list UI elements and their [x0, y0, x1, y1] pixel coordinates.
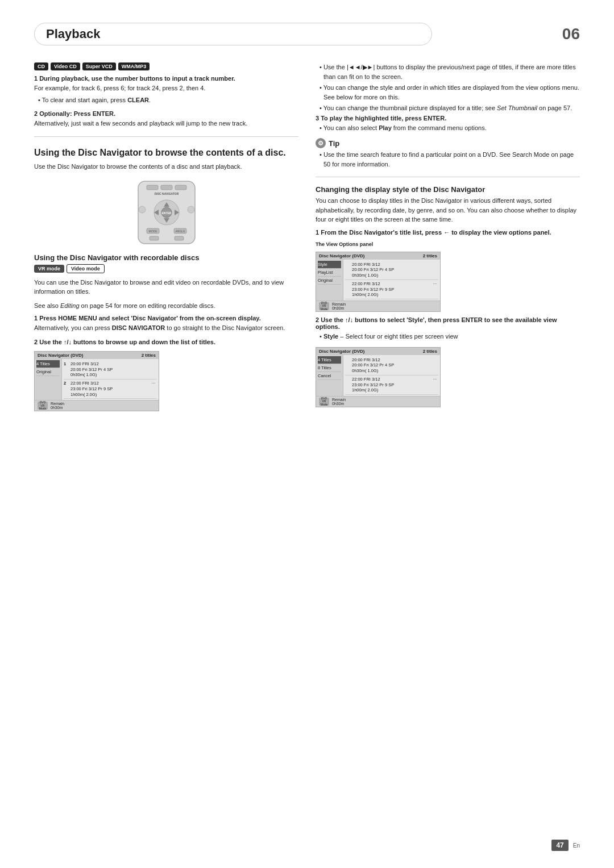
tip-gear-icon: ⚙ — [316, 138, 326, 148]
subsection-heading-recordable: Using the Disc Navigator with recordable… — [34, 253, 298, 262]
step-updown-heading: 2 Use the ↑/↓ buttons to browse up and d… — [34, 339, 298, 345]
dns1-row-1: 1 20:00 FRI 3/12 20:00 Fri 3/12 Pr 4 SP … — [64, 360, 157, 379]
dns1-header: Disc Navigator (DVD) 2 titles — [35, 352, 159, 359]
disc-nav-screen-2: Disc Navigator (DVD) 2 titles 4 Titles 8… — [316, 347, 441, 408]
remote-illustration: DISC NAVIGATOR ENTER MODE A — [34, 178, 298, 247]
svg-rect-19 — [175, 236, 184, 240]
mode-badges: VR mode Video mode — [34, 264, 105, 273]
tip-label: Tip — [329, 139, 339, 148]
divider-2 — [316, 177, 580, 177]
dns1-content: 1 20:00 FRI 3/12 20:00 Fri 3/12 Pr 4 SP … — [62, 359, 159, 400]
step-home-menu: 1 Press HOME MENU and select 'Disc Navig… — [34, 315, 298, 333]
svg-text:ANGLE: ANGLE — [175, 229, 185, 233]
svg-rect-1 — [147, 185, 158, 190]
svg-rect-3 — [175, 185, 186, 190]
badge-supervcd: Super VCD — [82, 62, 116, 70]
left-column: CD Video CD Super VCD WMA/MP3 1 During p… — [34, 62, 298, 416]
tip-header: ⚙ Tip — [316, 138, 580, 148]
step-2: 2 Optionally: Press ENTER. Alternatively… — [34, 110, 298, 128]
chapter-number: 06 — [562, 25, 580, 43]
dns1-sidebar-original: Original — [36, 368, 60, 376]
right-bullet-2: You can change the style and order in wh… — [316, 83, 580, 102]
step-home-menu-heading: 1 Press HOME MENU and select 'Disc Navig… — [34, 315, 298, 322]
vos-content: 20:00 FRI 3/12 20:00 Fri 3/12 Pr 4 SP 0h… — [343, 260, 440, 301]
dns2-header: Disc Navigator (DVD) 2 titles — [316, 348, 440, 355]
dns1-sidebar: 4 Titles Original — [35, 359, 62, 400]
step-1-body: For example, for track 6, press 6; for t… — [34, 84, 298, 93]
badge-cd: CD — [34, 62, 48, 70]
dns2-header-left: Disc Navigator (DVD) — [319, 349, 364, 354]
svg-point-16 — [139, 206, 146, 213]
svg-text:DISC NAVIGATOR: DISC NAVIGATOR — [154, 192, 179, 195]
vos-sidebar-style: Style — [318, 261, 341, 269]
page-title: Playback — [34, 23, 432, 45]
vr-body: You can use the Disc Navigator to browse… — [34, 278, 298, 297]
svg-rect-18 — [150, 236, 159, 240]
dns2-body: 4 Titles 8 Titles Cancel 20:00 FRI 3/12 … — [316, 355, 440, 397]
dns2-footer-icon: DVDVR Mode — [319, 398, 329, 406]
dns2-footer-remain: Remain0h30m — [332, 398, 346, 406]
step-from-title-list-heading: 1 From the Disc Navigator's title list, … — [316, 229, 580, 236]
dns2-sidebar-4titles: 4 Titles — [318, 356, 341, 364]
badge-videocd: Video CD — [51, 62, 80, 70]
dns2-content: 20:00 FRI 3/12 20:00 Fri 3/12 Pr 4 SP 0h… — [343, 355, 440, 397]
dns1-footer-icon: DVDVR Mode — [38, 402, 48, 410]
step-updown: 2 Use the ↑/↓ buttons to browse up and d… — [34, 339, 298, 345]
changing-body: You can choose to display titles in the … — [316, 196, 580, 224]
svg-text:MODE: MODE — [148, 229, 157, 233]
dns1-header-left: Disc Navigator (DVD) — [38, 353, 83, 358]
section-body-disc-navigator: Use the Disc Navigator to browse the con… — [34, 162, 298, 172]
vos-row-2: 22:00 FRI 3/12 23:00 Fri 3/12 Pr 9 SP 1h… — [345, 280, 438, 299]
dns2-sidebar-8titles: 8 Titles — [318, 364, 341, 372]
step-home-menu-body: Alternatively, you can press DISC NAVIGA… — [34, 323, 298, 333]
vos-footer-remain: Remain0h30m — [332, 302, 346, 310]
vos-sidebar-original: Original — [318, 277, 341, 285]
tip-box: ⚙ Tip Use the time search feature to fin… — [316, 138, 580, 169]
dns2-sidebar-cancel: Cancel — [318, 372, 341, 380]
vos-footer-icon: DVDVR Mode — [319, 302, 329, 310]
main-columns: CD Video CD Super VCD WMA/MP3 1 During p… — [34, 62, 580, 416]
svg-rect-2 — [161, 185, 172, 190]
dns2-header-right: 2 titles — [423, 349, 437, 354]
dns1-row-2: 2 22:00 FRI 3/12 23:00 Fri 3/12 Pr 9 SP … — [64, 379, 157, 399]
step-3-bullet: You can also select Play from the comman… — [316, 123, 580, 133]
vos-sidebar-playlist: PlayList — [318, 269, 341, 277]
right-column: Use the |◄◄/▶►| buttons to display the p… — [316, 62, 580, 416]
right-bullet-1: Use the |◄◄/▶►| buttons to display the p… — [316, 62, 580, 81]
dns2-row-2: 22:00 FRI 3/12 23:00 Fri 3/12 Pr 9 SP 1h… — [345, 375, 438, 395]
changing-heading: Changing the display style of the Disc N… — [316, 185, 580, 194]
dns2-sidebar: 4 Titles 8 Titles Cancel — [316, 355, 343, 397]
vos-body: Style PlayList Original 20:00 FRI 3/12 2… — [316, 260, 440, 301]
page-footer: 47 En — [551, 840, 580, 851]
step-1: 1 During playback, use the number button… — [34, 75, 298, 105]
view-options-screen: Disc Navigator (DVD) 2 titles Style Play… — [316, 252, 441, 312]
svg-point-17 — [188, 206, 194, 213]
dns2-row-1: 20:00 FRI 3/12 20:00 Fri 3/12 Pr 4 SP 0h… — [345, 356, 438, 375]
tip-body: Use the time search feature to find a pa… — [316, 150, 580, 169]
page: Playback 06 CD Video CD Super VCD WMA/MP… — [0, 0, 614, 868]
step-3: 3 To play the highlighted title, press E… — [316, 115, 580, 133]
right-bullet-3: You can change the thumbnail picture dis… — [316, 103, 580, 113]
badge-row: CD Video CD Super VCD WMA/MP3 — [34, 62, 298, 70]
page-number: 47 — [551, 840, 568, 851]
step-from-title-list: 1 From the Disc Navigator's title list, … — [316, 229, 580, 236]
vr-body2: See also Editing on page 54 for more on … — [34, 301, 298, 311]
step-select-style-bullet: Style – Select four or eight titles per … — [316, 332, 580, 341]
vos-header: Disc Navigator (DVD) 2 titles — [316, 252, 440, 260]
vos-sidebar: Style PlayList Original — [316, 260, 343, 301]
section-heading-disc-navigator: Using the Disc Navigator to browse the c… — [34, 147, 298, 159]
dns1-header-right: 2 titles — [142, 353, 156, 358]
vos-footer: DVDVR Mode Remain0h30m — [316, 301, 440, 311]
vos-header-right: 2 titles — [423, 253, 437, 258]
badge-wma: WMA/MP3 — [118, 62, 150, 70]
page-header: Playback 06 — [34, 23, 580, 45]
dns2-footer: DVDVR Mode Remain0h30m — [316, 396, 440, 407]
video-mode-badge: Video mode — [67, 264, 105, 273]
remote-svg: DISC NAVIGATOR ENTER MODE A — [121, 178, 212, 247]
step-3-heading: 3 To play the highlighted title, press E… — [316, 115, 580, 122]
step-1-bullet: To clear and start again, press CLEAR. — [34, 95, 298, 105]
view-options-panel-label: The View Options panel — [316, 241, 580, 247]
dns1-sidebar-4titles: 4 Titles — [36, 360, 60, 368]
disc-nav-screen-1: Disc Navigator (DVD) 2 titles 4 Titles O… — [34, 351, 159, 412]
step-select-style-heading: 2 Use the ↑/↓ buttons to select 'Style',… — [316, 316, 580, 330]
